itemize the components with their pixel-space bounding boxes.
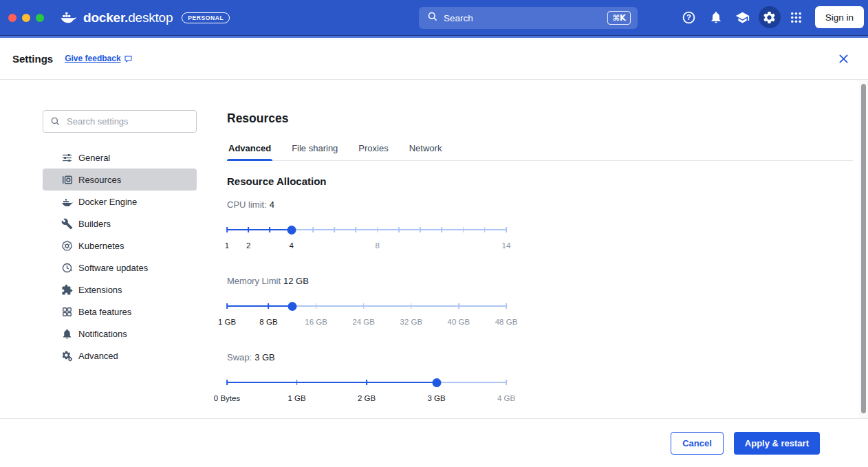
settings-nav: GeneralResourcesDocker EngineBuildersKub… bbox=[43, 146, 197, 367]
slider-value: 12 GB bbox=[283, 276, 309, 286]
panel-title: Resources bbox=[227, 111, 853, 126]
tick-label: 1 bbox=[225, 241, 229, 250]
slider-tick bbox=[484, 227, 486, 232]
resources-panel: Resources AdvancedFile sharingProxiesNet… bbox=[227, 111, 853, 428]
slider-tick bbox=[377, 227, 378, 232]
tick-label: 2 bbox=[246, 241, 250, 250]
memory-limit-tick-labels: 1 GB8 GB16 GB24 GB32 GB40 GB48 GB bbox=[227, 318, 506, 328]
tick-label: 48 GB bbox=[495, 318, 518, 326]
search-shortcut-badge: ⌘K bbox=[607, 11, 631, 25]
tick-label: 24 GB bbox=[352, 318, 375, 326]
slider-thumb[interactable] bbox=[288, 302, 297, 311]
apply-restart-button[interactable]: Apply & restart bbox=[734, 432, 820, 455]
settings-search-input[interactable] bbox=[67, 116, 189, 127]
slider-tick bbox=[316, 303, 317, 309]
cpu-limit-group: CPU limit:4124814 bbox=[227, 199, 506, 252]
tick-label: 8 GB bbox=[259, 318, 277, 326]
swap-group: Swap:3 GB0 Bytes1 GB2 GB3 GB4 GB bbox=[227, 352, 506, 404]
slider-tick bbox=[296, 380, 298, 385]
global-search-input[interactable] bbox=[444, 13, 602, 23]
scrollbar-thumb[interactable] bbox=[861, 84, 866, 413]
tick-label: 1 GB bbox=[218, 318, 236, 326]
settings-button[interactable] bbox=[759, 6, 781, 28]
sidebar-item-general[interactable]: General bbox=[43, 146, 197, 169]
tick-label: 3 GB bbox=[427, 394, 445, 402]
swap-slider[interactable] bbox=[227, 378, 506, 387]
slider-tick bbox=[411, 303, 412, 309]
window-minimize-button[interactable] bbox=[22, 14, 30, 22]
window-close-button[interactable] bbox=[8, 14, 17, 22]
memory-limit-slider[interactable] bbox=[227, 301, 506, 311]
slider-thumb[interactable] bbox=[432, 378, 441, 387]
cpu-limit-tick-labels: 124814 bbox=[227, 241, 506, 252]
notifications-button[interactable] bbox=[705, 6, 727, 28]
give-feedback-link[interactable]: Give feedback bbox=[65, 54, 132, 63]
slider-tick bbox=[506, 303, 507, 309]
slider-tick bbox=[334, 227, 335, 232]
search-icon bbox=[427, 11, 438, 25]
section-title: Resource Allocation bbox=[227, 175, 853, 187]
slider-tick bbox=[463, 227, 464, 232]
slider-tick bbox=[366, 380, 367, 385]
tab-proxies[interactable]: Proxies bbox=[357, 143, 389, 160]
slider-fill bbox=[227, 229, 292, 231]
sidebar-item-software-updates[interactable]: Software updates bbox=[43, 257, 197, 279]
memory-limit-group: Memory Limit12 GB1 GB8 GB16 GB24 GB32 GB… bbox=[227, 276, 506, 328]
sidebar-item-notifications[interactable]: Notifications bbox=[43, 323, 197, 345]
slider-tick bbox=[268, 303, 270, 309]
titlebar-actions: ? Sign in bbox=[678, 6, 864, 28]
sidebar-item-beta-features[interactable]: Beta features bbox=[43, 301, 197, 323]
page-title: Settings bbox=[12, 53, 53, 65]
slider-caption: CPU limit: bbox=[227, 199, 267, 210]
swap-tick-labels: 0 Bytes1 GB2 GB3 GB4 GB bbox=[227, 394, 506, 404]
meter-icon bbox=[61, 173, 73, 186]
tick-label: 0 Bytes bbox=[214, 394, 240, 402]
tab-file-sharing[interactable]: File sharing bbox=[290, 143, 339, 160]
docker-desktop-window: docker.desktop PERSONAL ⌘K ? bbox=[0, 0, 868, 467]
bell-icon bbox=[61, 327, 73, 340]
window-zoom-button[interactable] bbox=[36, 14, 44, 22]
help-button[interactable]: ? bbox=[678, 6, 700, 28]
sidebar-item-label: Docker Engine bbox=[78, 197, 137, 207]
global-search[interactable]: ⌘K bbox=[419, 7, 638, 29]
cancel-button[interactable]: Cancel bbox=[671, 432, 724, 455]
settings-search[interactable] bbox=[43, 110, 197, 133]
sidebar-item-builders[interactable]: Builders bbox=[43, 213, 197, 235]
settings-content: GeneralResourcesDocker EngineBuildersKub… bbox=[0, 80, 868, 418]
cpu-limit-slider[interactable] bbox=[227, 225, 506, 235]
tick-label: 40 GB bbox=[448, 318, 470, 326]
sidebar-item-docker-engine[interactable]: Docker Engine bbox=[43, 191, 197, 213]
slider-caption: Memory Limit bbox=[227, 276, 281, 286]
sidebar-item-label: Kubernetes bbox=[78, 241, 124, 251]
sidebar-item-label: Extensions bbox=[78, 285, 122, 295]
sidebar-item-kubernetes[interactable]: Kubernetes bbox=[43, 235, 197, 257]
sidebar-item-resources[interactable]: Resources bbox=[43, 169, 197, 191]
slider-value: 4 bbox=[270, 199, 274, 210]
wrench-icon bbox=[61, 217, 73, 230]
tick-label: 14 bbox=[502, 241, 511, 250]
slider-tick bbox=[506, 380, 507, 385]
kubernetes-icon bbox=[61, 239, 73, 252]
apps-menu-button[interactable] bbox=[785, 6, 807, 28]
slider-caption: Swap: bbox=[227, 352, 252, 362]
learning-center-button[interactable] bbox=[732, 6, 754, 28]
sidebar-item-label: Beta features bbox=[78, 307, 131, 317]
settings-sidebar: GeneralResourcesDocker EngineBuildersKub… bbox=[43, 110, 197, 367]
sidebar-item-extensions[interactable]: Extensions bbox=[43, 279, 197, 301]
slider-thumb[interactable] bbox=[287, 226, 296, 235]
sidebar-item-label: Builders bbox=[78, 219, 111, 229]
tab-advanced[interactable]: Advanced bbox=[227, 143, 272, 160]
slider-tick bbox=[441, 227, 442, 232]
slider-tick bbox=[458, 303, 459, 309]
app-title: docker.desktop bbox=[83, 10, 173, 25]
close-settings-button[interactable] bbox=[835, 50, 851, 67]
settings-footer: Cancel Apply & restart bbox=[0, 418, 868, 467]
sign-in-button[interactable]: Sign in bbox=[815, 6, 864, 28]
tab-network[interactable]: Network bbox=[408, 143, 444, 160]
resources-tabs: AdvancedFile sharingProxiesNetwork bbox=[227, 143, 853, 161]
settings-header: Settings Give feedback bbox=[0, 38, 868, 80]
sidebar-item-advanced[interactable]: Advanced bbox=[43, 345, 197, 367]
docker-desktop-logo: docker.desktop PERSONAL bbox=[58, 8, 230, 28]
slider-tick bbox=[312, 227, 314, 232]
slider-value: 3 GB bbox=[254, 352, 275, 362]
